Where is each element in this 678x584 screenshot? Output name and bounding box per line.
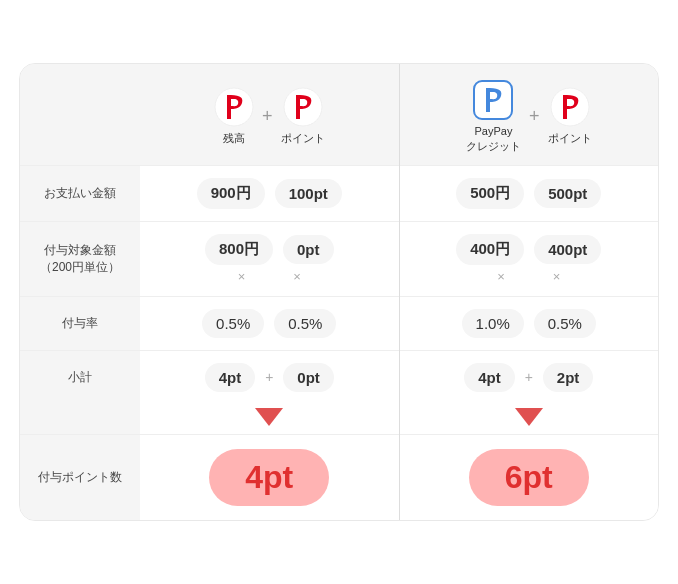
- rate-left: 0.5% 0.5%: [140, 296, 399, 350]
- mult-left-2: ×: [293, 269, 301, 284]
- paypay-points-logo: [283, 87, 323, 127]
- points-table: 残高 + ポイント: [19, 63, 659, 521]
- payment-right-val2: 500pt: [534, 179, 601, 208]
- arrow-down-left-icon: [255, 408, 283, 426]
- header-paypay-section: 残高 + ポイント: [140, 64, 399, 165]
- total-right: 6pt: [400, 434, 659, 520]
- rate-right: 1.0% 0.5%: [400, 296, 659, 350]
- grant-amount-label: 付与対象金額（200円単位）: [20, 221, 140, 296]
- subtotal-right: 4pt + 2pt: [400, 350, 659, 404]
- plus-icon-2: +: [529, 106, 540, 127]
- rate-right-val2: 0.5%: [534, 309, 596, 338]
- header-empty: [20, 64, 140, 165]
- header-paypay-balance: 残高: [214, 87, 254, 145]
- credit-label: PayPay クレジット: [466, 124, 521, 153]
- arrow-down-right-icon: [515, 408, 543, 426]
- payment-left-val1: 900円: [197, 178, 265, 209]
- rate-left-val2: 0.5%: [274, 309, 336, 338]
- grant-amount-left: 800円 0pt × ×: [140, 221, 399, 296]
- plus-icon-1: +: [262, 106, 273, 127]
- subtotal-right-val2: 2pt: [543, 363, 594, 392]
- grant-left-val1: 800円: [205, 234, 273, 265]
- grant-amount-right: 400円 400pt × ×: [400, 221, 659, 296]
- total-left-badge: 4pt: [209, 449, 329, 506]
- payment-amount-left: 900円 100pt: [140, 165, 399, 221]
- rate-label: 付与率: [20, 296, 140, 350]
- mult-right-2: ×: [553, 269, 561, 284]
- payment-amount-label: お支払い金額: [20, 165, 140, 221]
- grant-right-val2: 400pt: [534, 235, 601, 264]
- mult-right-1: ×: [497, 269, 505, 284]
- subtotal-right-plus: +: [525, 369, 533, 385]
- arrow-row-spacer: [20, 404, 140, 434]
- header-paypay-points: ポイント: [281, 87, 325, 145]
- header-credit-points: ポイント: [548, 87, 592, 145]
- header-credit-paypay: PayPay クレジット: [466, 80, 521, 153]
- paypay-balance-logo: [214, 87, 254, 127]
- paypay-points-logo-2: [550, 87, 590, 127]
- paypay-credit-logo: [473, 80, 513, 120]
- payment-left-val2: 100pt: [275, 179, 342, 208]
- paypay-balance-label: 残高: [223, 131, 245, 145]
- total-right-badge: 6pt: [469, 449, 589, 506]
- subtotal-left: 4pt + 0pt: [140, 350, 399, 404]
- arrow-left: [140, 404, 399, 434]
- credit-points-label: ポイント: [548, 131, 592, 145]
- payment-amount-right: 500円 500pt: [400, 165, 659, 221]
- grant-right-val1: 400円: [456, 234, 524, 265]
- rate-left-val1: 0.5%: [202, 309, 264, 338]
- paypay-points-label: ポイント: [281, 131, 325, 145]
- subtotal-left-val1: 4pt: [205, 363, 256, 392]
- subtotal-label: 小計: [20, 350, 140, 404]
- rate-right-val1: 1.0%: [462, 309, 524, 338]
- arrow-right: [400, 404, 659, 434]
- header-credit-section: PayPay クレジット + ポイント: [400, 64, 659, 165]
- subtotal-right-val1: 4pt: [464, 363, 515, 392]
- subtotal-left-val2: 0pt: [283, 363, 334, 392]
- total-left: 4pt: [140, 434, 399, 520]
- subtotal-left-plus: +: [265, 369, 273, 385]
- grant-left-val2: 0pt: [283, 235, 334, 264]
- payment-right-val1: 500円: [456, 178, 524, 209]
- mult-left-1: ×: [238, 269, 246, 284]
- total-label: 付与ポイント数: [20, 434, 140, 520]
